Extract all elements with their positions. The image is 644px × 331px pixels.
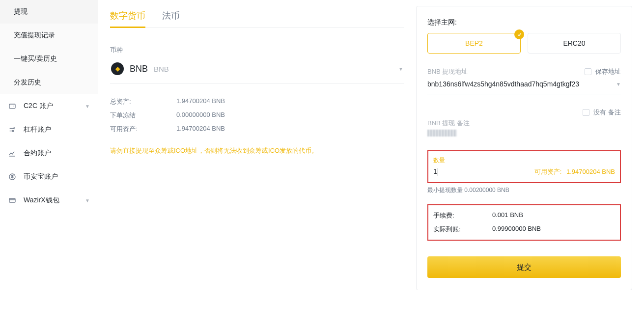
withdraw-address-value[interactable]: bnb136ns6lfw4zs5hg4n85vdthaad7hq5m4gtkgf… xyxy=(427,80,579,88)
sidebar-item-futures[interactable]: 合约账户 xyxy=(0,141,98,165)
sidebar-item-wazirx[interactable]: WazirX钱包 ▼ xyxy=(0,189,98,212)
min-withdraw-label: 最小提现数量 0.00200000 BNB xyxy=(427,186,621,194)
locked-balance-value: 0.00000000 BNB xyxy=(176,111,225,120)
card-icon xyxy=(8,196,17,205)
available-value: 1.94700204 BNB xyxy=(566,168,615,175)
coin-section-label: 币种 xyxy=(110,46,404,55)
submit-button[interactable]: 提交 xyxy=(427,256,621,278)
balance-summary: 总资产: 1.94700204 BNB 下单冻结 0.00000000 BNB … xyxy=(110,97,404,134)
save-address-label: 保存地址 xyxy=(595,67,621,76)
network-option-label: BEP2 xyxy=(465,39,483,47)
fee-highlight-box: 手续费: 0.001 BNB 实际到账: 0.99900000 BNB xyxy=(427,204,621,241)
sidebar-subitem-label: 充值提现记录 xyxy=(14,31,55,40)
locked-balance-label: 下单冻结 xyxy=(110,111,176,120)
main-content: 数字货币 法币 币种 ◆ BNB BNB ▼ 总资产: 1.94700204 B… xyxy=(98,0,644,331)
chevron-down-icon[interactable]: ▼ xyxy=(616,82,621,87)
tabs: 数字货币 法币 xyxy=(110,6,404,28)
sidebar-subitem-trade-history[interactable]: 一键买/卖历史 xyxy=(0,47,98,71)
sidebar-subitem-distribution-history[interactable]: 分发历史 xyxy=(0,71,98,94)
sidebar-subitem-withdraw[interactable]: 提现 xyxy=(0,0,98,24)
sliders-icon xyxy=(8,125,17,134)
sidebar-subitem-label: 分发历史 xyxy=(14,78,41,87)
chevron-down-icon: ▼ xyxy=(85,104,90,109)
save-address-checkbox[interactable] xyxy=(585,68,591,75)
sidebar-item-label: 合约账户 xyxy=(24,149,51,158)
sidebar-item-label: WazirX钱包 xyxy=(24,196,59,205)
sidebar-item-label: C2C 账户 xyxy=(24,102,53,110)
no-memo-checkbox[interactable] xyxy=(583,109,589,116)
available-balance-value: 1.94700204 BNB xyxy=(176,125,225,134)
network-label: 选择主网: xyxy=(427,18,621,27)
receive-value: 0.99900000 BNB xyxy=(492,225,541,234)
network-option-label: ERC20 xyxy=(563,39,585,47)
sidebar-item-label: 杠杆账户 xyxy=(24,125,51,134)
dollar-icon xyxy=(8,172,17,181)
withdraw-address-label: BNB 提现地址 xyxy=(427,67,468,76)
memo-value-blurred[interactable] xyxy=(427,130,457,137)
bnb-logo-icon: ◆ xyxy=(111,62,124,75)
fee-value: 0.001 BNB xyxy=(492,211,523,220)
chart-icon xyxy=(8,149,17,158)
sidebar-subitem-history[interactable]: 充值提现记录 xyxy=(0,24,98,47)
svg-point-2 xyxy=(12,130,14,132)
withdraw-warning: 请勿直接提现至众筹或ICO地址，否则将无法收到众筹或ICO发放的代币。 xyxy=(110,146,404,155)
total-balance-label: 总资产: xyxy=(110,97,176,106)
sidebar: 提现 充值提现记录 一键买/卖历史 分发历史 C2C 账户 ▼ xyxy=(0,0,98,331)
svg-rect-0 xyxy=(9,104,15,109)
available-balance-label: 可用资产: xyxy=(110,125,176,134)
quantity-input[interactable]: 1 xyxy=(433,167,438,176)
sidebar-subitem-label: 提现 xyxy=(14,7,28,16)
coin-name: BNB xyxy=(154,65,169,73)
total-balance-value: 1.94700204 BNB xyxy=(176,97,225,106)
memo-label: BNB 提现 备注 xyxy=(427,119,621,128)
tab-digital-currency[interactable]: 数字货币 xyxy=(110,6,145,28)
receive-label: 实际到账: xyxy=(433,225,492,234)
network-option-erc20[interactable]: ERC20 xyxy=(528,33,621,54)
sidebar-subitem-label: 一键买/卖历史 xyxy=(14,55,57,63)
sidebar-item-label: 币安宝账户 xyxy=(24,172,58,181)
available-label: 可用资产: xyxy=(534,168,562,175)
chevron-down-icon: ▼ xyxy=(85,198,90,203)
quantity-highlight-box: 数量 1 可用资产: 1.94700204 BNB xyxy=(427,150,621,183)
network-option-bep2[interactable]: BEP2 xyxy=(427,33,521,54)
check-icon xyxy=(514,29,524,39)
svg-rect-4 xyxy=(9,198,15,202)
no-memo-label: 没有 备注 xyxy=(593,108,621,117)
quantity-label: 数量 xyxy=(433,156,615,165)
fee-label: 手续费: xyxy=(433,211,492,220)
chevron-down-icon: ▼ xyxy=(398,66,403,72)
withdraw-panel: 选择主网: BEP2 ERC20 BNB 提现地址 xyxy=(416,6,632,290)
wallet-icon xyxy=(8,102,17,110)
sidebar-item-margin[interactable]: 杠杆账户 xyxy=(0,118,98,141)
coin-selector[interactable]: ◆ BNB BNB ▼ xyxy=(110,59,404,83)
sidebar-item-c2c[interactable]: C2C 账户 ▼ xyxy=(0,94,98,118)
tab-fiat[interactable]: 法币 xyxy=(162,6,180,28)
svg-point-1 xyxy=(14,128,15,129)
sidebar-item-savings[interactable]: 币安宝账户 xyxy=(0,165,98,189)
coin-symbol: BNB xyxy=(130,64,148,74)
